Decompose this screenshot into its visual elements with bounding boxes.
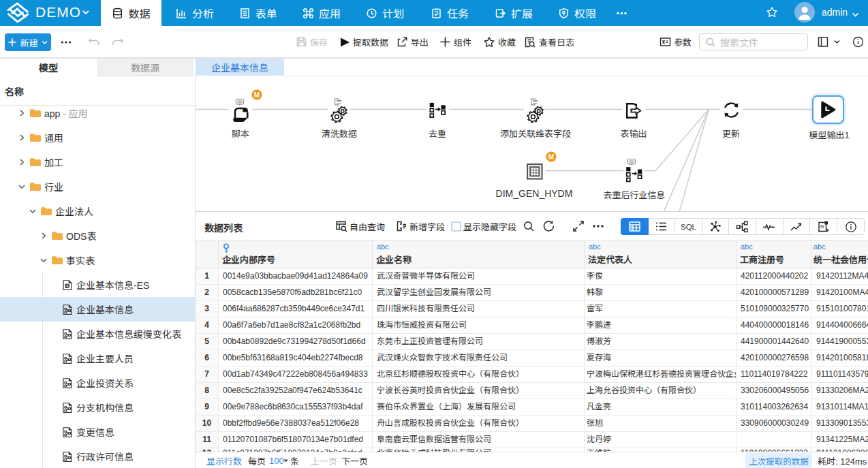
svg-text:fx: fx bbox=[820, 223, 825, 229]
